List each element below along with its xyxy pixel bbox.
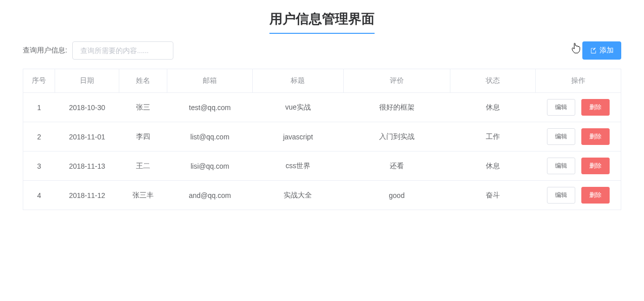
edit-button[interactable]: 编辑 <box>547 187 575 204</box>
cell-status: 工作 <box>450 122 536 152</box>
cell-status: 休息 <box>450 93 536 122</box>
cell-title: css世界 <box>253 152 344 181</box>
delete-button[interactable]: 删除 <box>581 187 610 204</box>
cell-action: 编辑 删除 <box>536 122 621 152</box>
cell-index: 3 <box>23 152 55 181</box>
cell-name: 张三 <box>119 93 167 122</box>
cell-action: 编辑 删除 <box>536 93 621 122</box>
cell-index: 2 <box>23 122 55 152</box>
cell-name: 李四 <box>119 122 167 152</box>
cell-review: good <box>343 181 450 210</box>
table-row: 4 2018-11-12 张三丰 and@qq.com 实战大全 good 奋斗… <box>23 181 621 210</box>
table-row: 2 2018-11-01 李四 list@qq.com javascript 入… <box>23 122 621 152</box>
cell-action: 编辑 删除 <box>536 152 621 181</box>
edit-icon <box>590 47 597 54</box>
cell-email: list@qq.com <box>167 122 253 152</box>
th-review: 评价 <box>343 69 450 93</box>
cell-status: 休息 <box>450 152 536 181</box>
edit-button[interactable]: 编辑 <box>547 99 575 116</box>
th-date: 日期 <box>55 69 119 93</box>
search-label: 查询用户信息: <box>23 46 67 55</box>
add-button[interactable]: 添加 <box>582 41 621 60</box>
edit-button[interactable]: 编辑 <box>547 128 575 145</box>
th-title: 标题 <box>253 69 344 93</box>
cell-index: 1 <box>23 93 55 122</box>
cell-name: 张三丰 <box>119 181 167 210</box>
cell-index: 4 <box>23 181 55 210</box>
page-title: 用户信息管理界面 <box>269 8 375 34</box>
th-action: 操作 <box>536 69 621 93</box>
cell-date: 2018-11-13 <box>55 152 119 181</box>
toolbar: 查询用户信息: 添加 <box>23 41 621 60</box>
th-name: 姓名 <box>119 69 167 93</box>
cell-email: lisi@qq.com <box>167 152 253 181</box>
cell-name: 王二 <box>119 152 167 181</box>
cell-date: 2018-11-12 <box>55 181 119 210</box>
cell-status: 奋斗 <box>450 181 536 210</box>
delete-button[interactable]: 删除 <box>581 99 610 116</box>
delete-button[interactable]: 删除 <box>581 158 610 174</box>
cell-title: 实战大全 <box>253 181 344 210</box>
cell-title: vue实战 <box>253 93 344 122</box>
th-email: 邮箱 <box>167 69 253 93</box>
user-table: 序号 日期 姓名 邮箱 标题 评价 状态 操作 1 2018-10-30 张三 … <box>23 69 621 210</box>
edit-button[interactable]: 编辑 <box>547 158 575 174</box>
th-status: 状态 <box>450 69 536 93</box>
cell-review: 入门到实战 <box>343 122 450 152</box>
cell-date: 2018-11-01 <box>55 122 119 152</box>
table-row: 1 2018-10-30 张三 test@qq.com vue实战 很好的框架 … <box>23 93 621 122</box>
add-button-label: 添加 <box>600 46 614 55</box>
cell-action: 编辑 删除 <box>536 181 621 210</box>
cell-email: test@qq.com <box>167 93 253 122</box>
cell-title: javascript <box>253 122 344 152</box>
delete-button[interactable]: 删除 <box>581 128 610 145</box>
cell-review: 还看 <box>343 152 450 181</box>
search-input[interactable] <box>72 41 173 60</box>
cell-review: 很好的框架 <box>343 93 450 122</box>
cell-date: 2018-10-30 <box>55 93 119 122</box>
table-row: 3 2018-11-13 王二 lisi@qq.com css世界 还看 休息 … <box>23 152 621 181</box>
th-index: 序号 <box>23 69 55 93</box>
cell-email: and@qq.com <box>167 181 253 210</box>
